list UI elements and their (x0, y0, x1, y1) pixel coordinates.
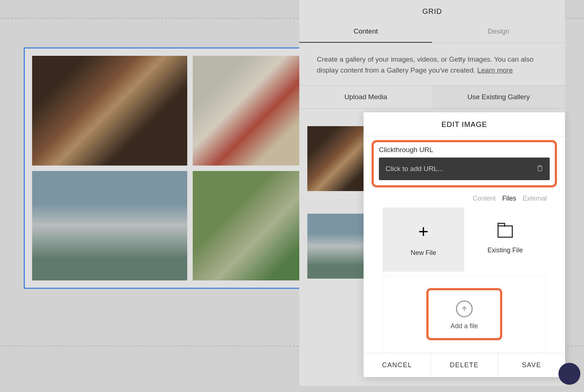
add-file-area: Add a file (383, 275, 546, 353)
chat-bubble-icon[interactable] (558, 363, 580, 385)
existing-file-label: Existing File (487, 247, 523, 254)
new-file-option[interactable]: + New File (383, 207, 464, 272)
modal-actions: CANCEL DELETE SAVE (364, 353, 565, 377)
edit-image-title: EDIT IMAGE (364, 112, 565, 136)
clickthrough-url-input[interactable] (385, 165, 537, 173)
clickthrough-url-label: Clickthrough URL (379, 146, 550, 154)
upload-arrow-icon (456, 300, 473, 317)
new-file-label: New File (411, 249, 436, 257)
link-tab-content[interactable]: Content (473, 195, 496, 202)
link-tab-files[interactable]: Files (502, 195, 516, 202)
cancel-button[interactable]: CANCEL (364, 353, 430, 377)
delete-button[interactable]: DELETE (430, 353, 497, 377)
link-tab-external[interactable]: External (523, 195, 547, 202)
clickthrough-url-section: Clickthrough URL (372, 140, 557, 187)
url-input-wrap[interactable] (379, 158, 550, 180)
edit-image-modal: EDIT IMAGE Clickthrough URL Content File… (364, 112, 565, 377)
edit-image-body: Clickthrough URL Content Files External … (364, 136, 565, 353)
add-file-label: Add a file (450, 322, 478, 330)
save-button[interactable]: SAVE (498, 353, 565, 377)
existing-file-option[interactable]: Existing File (464, 207, 546, 272)
folder-icon (497, 225, 513, 238)
trash-icon[interactable] (537, 165, 543, 173)
link-source-tabs: Content Files External (372, 188, 557, 205)
add-file-button[interactable]: Add a file (426, 288, 502, 340)
plus-icon: + (418, 223, 429, 240)
file-options: + New File Existing File (372, 207, 557, 272)
